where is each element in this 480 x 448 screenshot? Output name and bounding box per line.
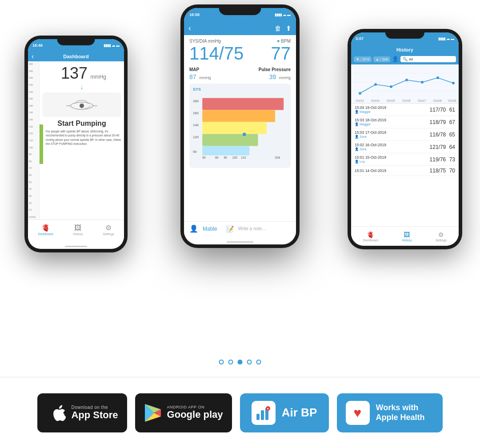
back-left[interactable]: ‹ — [32, 52, 34, 60]
time-right: 3:07 — [356, 36, 364, 41]
record-4-datetime: 15:02 16-Oct-2019 — [355, 143, 386, 147]
home-indicator-center — [227, 241, 253, 243]
pump-image — [42, 92, 121, 117]
dot-1[interactable] — [219, 360, 224, 364]
history-title: History — [396, 47, 413, 52]
user-name-center: Mable — [203, 226, 217, 232]
start-pumping-text: Start Pumping — [42, 120, 121, 128]
filter-row: ▼ ↓ SYS ▲ ↑ DIA 👤 🔍 All — [351, 55, 459, 64]
screen-left: 16:46 ▮▮▮▮ ☁ ▬ ‹ Dashboard 300 280 — [28, 39, 124, 249]
svg-text:Oct18: Oct18 — [433, 99, 442, 102]
center-nav-icons: 🗑 ⬆ — [275, 24, 292, 32]
main-area: 16:46 ▮▮▮▮ ☁ ▬ ‹ Dashboard 300 280 — [0, 0, 480, 377]
history-chart: Oct13 Oct14 Oct15 Oct16 Oct17 Oct18 Oct1… — [351, 64, 459, 104]
history-chart-svg: Oct13 Oct14 Oct15 Oct16 Oct17 Oct18 Oct1… — [351, 64, 459, 104]
history-icon-right: 🖼 — [404, 231, 410, 238]
record-3-user: 👤Zora — [355, 135, 386, 139]
google-play-icon — [144, 403, 162, 423]
center-back-btn[interactable]: ‹ — [188, 24, 191, 33]
svg-rect-43 — [261, 410, 264, 420]
dashboard-tab-icon: 🫀 — [41, 224, 50, 232]
svg-text:Oct17: Oct17 — [418, 99, 426, 102]
record-5-datetime: 15:01 15-Oct-2019 — [355, 155, 386, 160]
record-4[interactable]: 15:02 16-Oct-2019 👤Zora 121/79 64 — [351, 141, 459, 153]
map-unit: mmHg — [199, 76, 211, 80]
y-axis: 300 280 260 240 220 200 180 160 140 130 … — [28, 61, 40, 220]
green-bar — [40, 124, 43, 164]
record-2[interactable]: 15:03 18-Oct-2019 👤Maggie 118/79 67 — [351, 116, 459, 128]
airbp-name-label: Air BP — [282, 406, 317, 420]
tab-history-left[interactable]: 🖼 History — [73, 224, 83, 236]
time-center: 16:58 — [189, 12, 200, 17]
health-heart-icon: ♥ — [354, 405, 362, 420]
airbp-badge[interactable]: ♥ Air BP — [240, 393, 329, 432]
svg-text:Oct15: Oct15 — [387, 99, 395, 102]
filter-sys-label: ↓ SYS — [360, 57, 369, 61]
dashboard-body: 300 280 260 240 220 200 180 160 140 130 … — [28, 61, 124, 220]
svg-point-28 — [421, 81, 424, 84]
search-all-label: All — [409, 57, 413, 61]
appstore-text: Download on the App Store — [71, 405, 118, 420]
tab-settings-right[interactable]: ⚙ Settings — [436, 231, 447, 242]
search-box[interactable]: 🔍 All — [400, 56, 456, 62]
record-6-reading: 118/75 70 — [430, 168, 455, 174]
svg-text:160: 160 — [193, 111, 199, 115]
appstore-main-label: App Store — [71, 410, 118, 420]
tab-dashboard-left[interactable]: 🫀 Dashboard — [38, 224, 53, 236]
apple-health-badge[interactable]: ♥ Works with Apple Health — [337, 393, 443, 432]
svg-rect-12 — [202, 134, 258, 146]
dot-5[interactable] — [256, 360, 261, 364]
center-body: SYS/DIA mmHg ♥ BPM 114/75 77 — [184, 35, 296, 172]
tab-history-right[interactable]: 🖼 History — [402, 231, 412, 242]
filter-sys-chevron: ▼ — [356, 57, 359, 61]
sys-dia-label: SYS/DIA mmHg — [189, 39, 221, 44]
svg-point-24 — [359, 92, 361, 95]
svg-text:60: 60 — [202, 156, 206, 159]
svg-text:140: 140 — [193, 123, 199, 127]
trash-icon[interactable]: 🗑 — [275, 24, 281, 32]
settings-tab-icon-left: ⚙ — [105, 224, 112, 232]
user-icon-filter: 👤 — [392, 56, 399, 62]
bp-chart: SYS 180 160 140 120 90 — [189, 84, 291, 168]
center-bottom-bar: 👤 Mable 📝 Write a note... — [184, 221, 296, 236]
filter-sys-btn[interactable]: ▼ ↓ SYS — [354, 56, 372, 62]
svg-point-29 — [436, 76, 439, 79]
note-placeholder: Write a note... — [238, 226, 266, 231]
pagination-dots — [219, 360, 261, 364]
svg-text:90: 90 — [224, 156, 227, 159]
dot-3[interactable] — [238, 360, 243, 364]
record-5[interactable]: 15:01 15-Oct-2019 👤Lvy 119/76 73 — [351, 153, 459, 166]
svg-point-27 — [405, 79, 408, 81]
record-2-datetime: 15:03 18-Oct-2019 — [355, 118, 386, 122]
svg-rect-42 — [256, 414, 260, 420]
record-3-reading: 116/78 65 — [430, 132, 455, 138]
bottom-tabs-right: 🫀 Dashboard 🖼 History ⚙ Settings — [351, 226, 459, 246]
share-icon[interactable]: ⬆ — [286, 24, 292, 32]
filter-dia-btn[interactable]: ▲ ↑ DIA — [373, 56, 390, 62]
svg-rect-9 — [202, 98, 284, 110]
dot-4[interactable] — [247, 360, 252, 364]
svg-text:Oct16: Oct16 — [402, 99, 411, 102]
health-name-label: Works with Apple Health — [376, 403, 434, 422]
tab-dashboard-right[interactable]: 🫀 Dashboard — [363, 231, 378, 242]
filter-dia-chevron: ▲ — [376, 57, 379, 61]
notch-right — [385, 29, 424, 39]
google-play-badge[interactable]: ANDROID APP ON Google play — [135, 393, 232, 432]
pp-unit: mmHg — [279, 76, 291, 80]
instruction-text: For people with systolic BP above 160mmH… — [42, 129, 121, 146]
svg-text:Oct14: Oct14 — [371, 99, 380, 102]
home-indicator-left — [65, 246, 87, 247]
appstore-badge[interactable]: Download on the App Store — [37, 393, 127, 432]
signal-left: ▮▮▮▮ ☁ ▬ — [104, 44, 120, 48]
svg-text:100: 100 — [232, 156, 237, 159]
record-3[interactable]: 15:03 17-Oct-2019 👤Zora 116/78 65 — [351, 128, 459, 141]
google-main-label: Google play — [167, 409, 223, 420]
signal-right: ▮▮▮▮ ☁ ▬ — [438, 37, 454, 41]
record-1[interactable]: 15:04 19-Oct-2019 👤Maggie 117/70 61 — [351, 104, 459, 116]
map-value: 87 — [189, 73, 196, 80]
left-nav-title: Dashboard — [63, 54, 88, 59]
dot-2[interactable] — [228, 360, 233, 364]
record-6[interactable]: 15:01 14-Oct-2019 118/75 70 — [351, 166, 459, 176]
tab-settings-left[interactable]: ⚙ Settings — [103, 224, 114, 236]
pp-item: Pulse Pressure 39 mmHg — [259, 65, 291, 81]
